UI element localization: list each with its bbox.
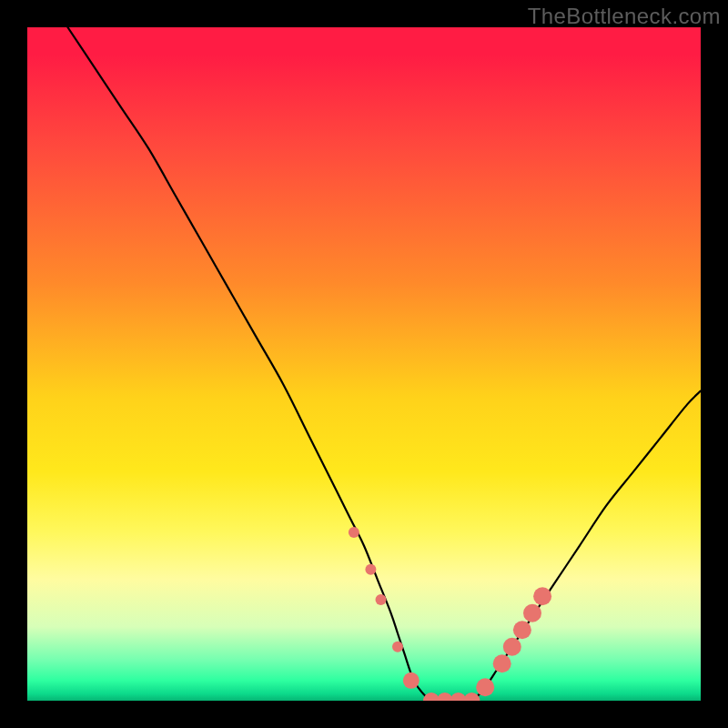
curve-marker — [523, 604, 541, 622]
curve-marker — [503, 638, 521, 656]
curve-marker — [513, 621, 531, 639]
curve-marker — [376, 594, 387, 605]
curve-marker — [533, 587, 551, 605]
chart-frame: TheBottleneck.com — [0, 0, 728, 728]
curve-marker — [403, 672, 420, 689]
curve-marker — [349, 527, 359, 538]
curve-svg — [27, 27, 701, 701]
plot-area — [27, 27, 701, 701]
curve-marker — [476, 678, 494, 696]
curve-marker — [365, 564, 376, 575]
curve-marker — [392, 642, 403, 652]
watermark-text: TheBottleneck.com — [528, 4, 721, 29]
curve-marker — [463, 693, 480, 701]
marker-group — [349, 527, 551, 701]
curve-marker — [493, 654, 511, 672]
